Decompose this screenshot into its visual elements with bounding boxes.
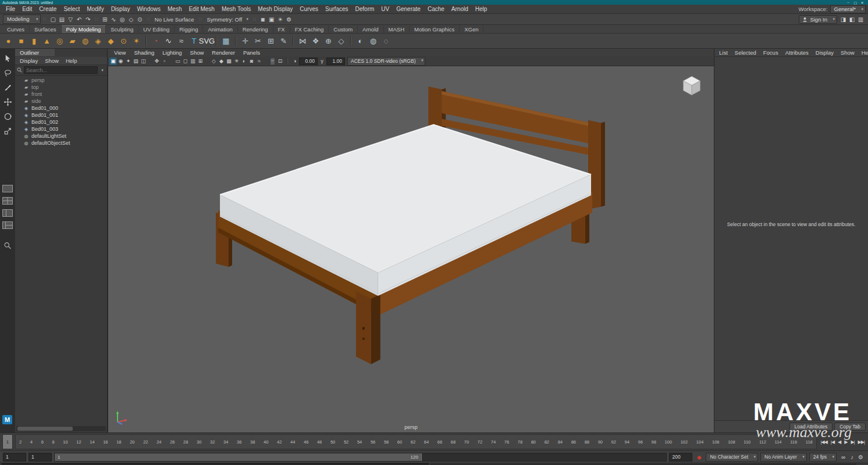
- exposure-field[interactable]: 0.00: [299, 58, 318, 65]
- vp-lock-camera-icon[interactable]: ◉: [117, 58, 124, 65]
- shelf-tab[interactable]: Arnold: [358, 26, 383, 33]
- shelf-tab[interactable]: UV Editing: [138, 26, 175, 33]
- search-filter-caret[interactable]: ▾: [99, 68, 105, 73]
- exposure-icon[interactable]: ◑: [291, 58, 298, 65]
- timeline-tick[interactable]: 102: [681, 439, 688, 445]
- shelf-tab[interactable]: MASH: [384, 26, 410, 33]
- timeline-tick[interactable]: 84: [558, 439, 563, 445]
- timeline-tick[interactable]: 78: [518, 439, 522, 445]
- minimize-button[interactable]: ‒: [845, 1, 852, 4]
- outliner-item-defaultlightset[interactable]: ◍defaultLightSet: [15, 133, 107, 140]
- shelf-tab[interactable]: Curves: [2, 26, 30, 33]
- shelf-tab[interactable]: Rigging: [175, 26, 203, 33]
- load-attributes-button[interactable]: Load Attributes: [789, 423, 833, 431]
- menu-item[interactable]: Modify: [83, 6, 107, 12]
- shelf-tab[interactable]: Animation: [203, 26, 237, 33]
- shelf-poly-torus-icon[interactable]: ◎: [54, 35, 66, 47]
- bed-3d-model[interactable]: [108, 66, 714, 432]
- toggle-channel-box-icon[interactable]: ▥: [856, 15, 865, 23]
- timeline-tick[interactable]: 24: [156, 439, 161, 445]
- timeline-tick[interactable]: 30: [197, 439, 201, 445]
- timeline-tick[interactable]: 82: [545, 439, 549, 445]
- vp-lights-icon[interactable]: ☀: [233, 58, 240, 65]
- gamma-field[interactable]: 1.00: [326, 58, 345, 65]
- current-frame-playhead[interactable]: 1: [2, 434, 13, 449]
- shelf-tab[interactable]: Rendering: [238, 26, 273, 33]
- timeline-tick[interactable]: 22: [143, 439, 148, 445]
- shelf-poly-pipe-icon[interactable]: ⊙: [118, 35, 130, 47]
- outliner-item-defaultobjectset[interactable]: ◍defaultObjectSet: [15, 140, 107, 146]
- timeline-tick[interactable]: 74: [491, 439, 496, 445]
- timeline-tick[interactable]: 54: [357, 439, 362, 445]
- shelf-separate-icon[interactable]: ◌: [380, 35, 392, 47]
- timeline-tick[interactable]: 42: [277, 439, 282, 445]
- vp-shaded-icon[interactable]: ◆: [218, 58, 225, 65]
- timeline-tick[interactable]: 80: [531, 439, 536, 445]
- timeline-tick[interactable]: 100: [665, 439, 673, 445]
- fps-dropdown[interactable]: 24 fps: [809, 453, 837, 462]
- toggle-tool-settings-icon[interactable]: ◧: [848, 15, 856, 23]
- render-settings-icon[interactable]: ⚙: [284, 15, 293, 23]
- timeline-tick[interactable]: 114: [775, 439, 782, 445]
- vp-image-plane-icon[interactable]: ◫: [140, 58, 147, 65]
- menu-set-dropdown[interactable]: Modeling: [3, 15, 41, 24]
- outliner-item-persp[interactable]: ▰persp: [15, 77, 107, 84]
- vp-wireframe-icon[interactable]: ◇: [210, 58, 218, 65]
- layout-outliner-persp-button[interactable]: [2, 221, 13, 230]
- timeline-tick[interactable]: 58: [384, 439, 389, 445]
- menu-item[interactable]: Mesh Display: [254, 6, 296, 12]
- timeline-tick[interactable]: 6: [41, 439, 44, 445]
- snap-plane-icon[interactable]: ◇: [127, 15, 136, 23]
- shelf-poly-sphere-icon[interactable]: ●: [2, 35, 15, 47]
- audio-mute-icon[interactable]: ♪: [848, 453, 856, 461]
- playback-loop-icon[interactable]: ∞: [839, 453, 848, 461]
- snap-curve-icon[interactable]: ∿: [109, 15, 118, 23]
- shelf-tab[interactable]: Custom: [329, 26, 358, 33]
- maximize-button[interactable]: ▢: [852, 1, 859, 5]
- character-set-dropdown[interactable]: No Character Set: [706, 453, 758, 462]
- play-backwards-button[interactable]: ◀: [837, 439, 842, 445]
- vp-shadows-icon[interactable]: ◐: [240, 58, 248, 65]
- shelf-mirror-icon[interactable]: ⋈: [297, 35, 309, 47]
- timeline-tick[interactable]: 106: [712, 439, 720, 445]
- vp-film-gate-icon[interactable]: ▭: [174, 58, 182, 65]
- vp-ambient-occlusion-icon[interactable]: ◙: [248, 58, 255, 65]
- shelf-quad-draw-icon[interactable]: ✎: [278, 35, 290, 47]
- new-scene-icon[interactable]: ▢: [49, 15, 58, 23]
- shelf-mash-grid-icon[interactable]: ▦: [220, 35, 232, 47]
- open-scene-icon[interactable]: ▤: [58, 15, 66, 23]
- animation-start-field[interactable]: 1: [3, 453, 26, 462]
- rotate-tool-button[interactable]: [2, 110, 13, 122]
- outliner-item-bed01-001[interactable]: ◈Bed01_001: [15, 112, 107, 119]
- shelf-poly-cube-icon[interactable]: ■: [15, 35, 27, 47]
- outliner-horizontal-scrollbar[interactable]: [16, 426, 106, 431]
- menu-item[interactable]: Create: [35, 6, 60, 12]
- timeline-tick[interactable]: 14: [90, 439, 94, 445]
- menu-item[interactable]: Display: [108, 6, 134, 12]
- shelf-extrude-icon[interactable]: ⊕: [322, 35, 335, 47]
- shelf-tab[interactable]: FX: [273, 26, 290, 33]
- timeline-tick[interactable]: 12: [76, 439, 81, 445]
- outliner-menu-item[interactable]: Display: [16, 58, 41, 64]
- attribute-editor-menu-item[interactable]: Show: [837, 49, 858, 56]
- timeline-tick[interactable]: 62: [411, 439, 415, 445]
- vp-gate-mask-icon[interactable]: ▥: [189, 58, 197, 65]
- timeline-tick[interactable]: 92: [611, 439, 616, 445]
- outliner-item-bed01-000[interactable]: ◈Bed01_000: [15, 105, 107, 112]
- shelf-connect-icon[interactable]: ⊞: [265, 35, 277, 47]
- outliner-item-top[interactable]: ▰top: [15, 84, 107, 91]
- menu-item[interactable]: Curves: [296, 6, 322, 12]
- bed-mattress[interactable]: [220, 125, 591, 296]
- go-to-start-button[interactable]: |◀◀: [819, 439, 828, 445]
- workspace-dropdown[interactable]: General*: [830, 5, 866, 13]
- shelf-tab[interactable]: Poly Modeling: [62, 25, 106, 33]
- play-forwards-button[interactable]: ▶: [843, 439, 848, 445]
- layout-four-pane-button[interactable]: [2, 197, 13, 206]
- snap-point-icon[interactable]: ◎: [118, 15, 127, 23]
- timeline-tick[interactable]: 108: [728, 439, 735, 445]
- gamma-icon[interactable]: γ: [318, 58, 326, 65]
- viewport-menu-item[interactable]: Panels: [239, 49, 264, 56]
- outliner-search-input[interactable]: [24, 66, 98, 74]
- close-button[interactable]: ✕: [859, 1, 866, 5]
- vp-textured-icon[interactable]: ▩: [225, 58, 233, 65]
